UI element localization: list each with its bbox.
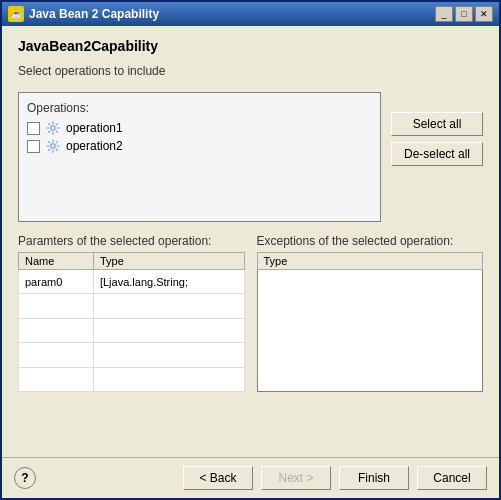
footer-left: ? <box>14 467 36 489</box>
gear-icon <box>46 139 60 153</box>
side-buttons: Select all De-select all <box>391 92 483 222</box>
maximize-button[interactable]: □ <box>455 6 473 22</box>
operation1-checkbox[interactable] <box>27 122 40 135</box>
table-row <box>19 318 245 342</box>
gear-icon <box>46 121 60 135</box>
cancel-button[interactable]: Cancel <box>417 466 487 490</box>
help-button[interactable]: ? <box>14 467 36 489</box>
dialog-footer: ? < Back Next > Finish Cancel <box>2 457 499 498</box>
deselect-all-button[interactable]: De-select all <box>391 142 483 166</box>
svg-point-1 <box>51 144 55 148</box>
operations-list: operation1 operation2 <box>27 121 372 153</box>
finish-button[interactable]: Finish <box>339 466 409 490</box>
table-row <box>19 294 245 318</box>
next-button[interactable]: Next > <box>261 466 331 490</box>
back-button[interactable]: < Back <box>183 466 253 490</box>
params-section: Paramters of the selected operation: Nam… <box>18 234 245 445</box>
bottom-section: Paramters of the selected operation: Nam… <box>18 234 483 445</box>
title-bar: ☕ Java Bean 2 Capability _ □ ✕ <box>2 2 499 26</box>
table-row <box>19 343 245 367</box>
table-row: param0 [Ljava.lang.String; <box>19 270 245 294</box>
exceptions-section: Exceptions of the selected operation: Ty… <box>257 234 484 445</box>
title-controls: _ □ ✕ <box>435 6 493 22</box>
table-row <box>257 343 483 367</box>
footer-right: < Back Next > Finish Cancel <box>183 466 487 490</box>
operation2-checkbox[interactable] <box>27 140 40 153</box>
params-table: Name Type param0 [Ljava.lang.String; <box>18 252 245 392</box>
dialog-content: JavaBean2Capability Select operations to… <box>2 26 499 457</box>
table-row <box>257 318 483 342</box>
param-name: param0 <box>19 270 94 294</box>
window-icon: ☕ <box>8 6 24 22</box>
list-item: operation1 <box>27 121 372 135</box>
list-item: operation2 <box>27 139 372 153</box>
params-col-type: Type <box>93 253 244 270</box>
table-row <box>257 367 483 392</box>
operations-group: Operations: operation1 <box>18 92 381 222</box>
select-all-button[interactable]: Select all <box>391 112 483 136</box>
table-row <box>19 367 245 391</box>
top-section: Operations: operation1 <box>18 92 483 222</box>
exceptions-label: Exceptions of the selected operation: <box>257 234 484 248</box>
page-title: JavaBean2Capability <box>18 38 483 54</box>
minimize-button[interactable]: _ <box>435 6 453 22</box>
exceptions-table: Type <box>257 252 484 392</box>
operations-label: Operations: <box>27 101 372 115</box>
param-type: [Ljava.lang.String; <box>93 270 244 294</box>
page-subtitle: Select operations to include <box>18 64 483 78</box>
close-button[interactable]: ✕ <box>475 6 493 22</box>
params-label: Paramters of the selected operation: <box>18 234 245 248</box>
exceptions-col-type: Type <box>257 253 483 270</box>
table-row <box>257 270 483 295</box>
operation2-label: operation2 <box>66 139 123 153</box>
window-title: Java Bean 2 Capability <box>29 7 159 21</box>
table-row <box>257 294 483 318</box>
main-window: ☕ Java Bean 2 Capability _ □ ✕ JavaBean2… <box>0 0 501 500</box>
params-col-name: Name <box>19 253 94 270</box>
operation1-label: operation1 <box>66 121 123 135</box>
title-bar-left: ☕ Java Bean 2 Capability <box>8 6 159 22</box>
svg-point-0 <box>51 126 55 130</box>
